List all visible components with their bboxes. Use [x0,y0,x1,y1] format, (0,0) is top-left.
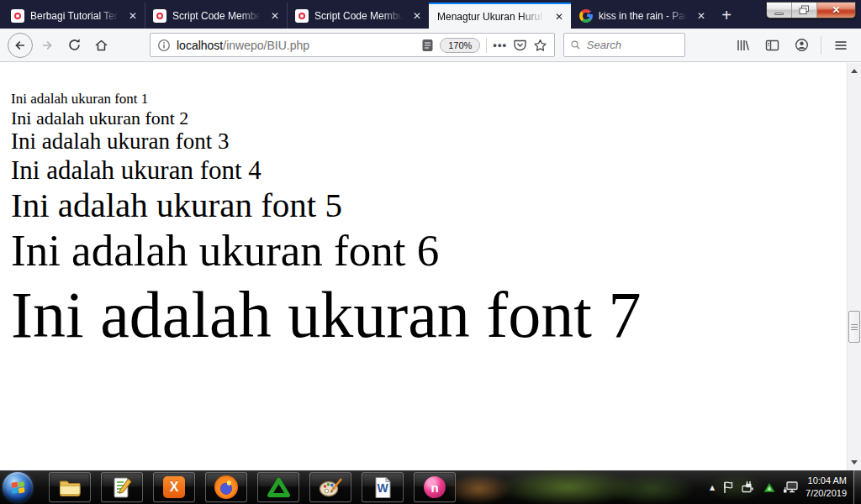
navigation-toolbar: localhost/inwepo/BIU.php 170% ••• [0,29,861,62]
url-path: /inwepo/BIU.php [223,39,309,52]
menu-button[interactable] [827,32,854,59]
vertical-scrollbar[interactable] [847,63,861,470]
power-plug-icon[interactable] [742,480,756,494]
close-icon[interactable]: ✕ [411,9,423,23]
navbar-right-icons [729,32,854,59]
restore-icon [799,5,810,15]
scrollbar-thumb[interactable] [848,311,860,343]
clock-date: 7/20/2019 [806,487,847,500]
url-host: localhost [177,39,223,52]
xampp-icon: X [163,476,185,498]
url-text[interactable]: localhost/inwepo/BIU.php [177,39,415,52]
library-icon [736,39,750,52]
windows-taskbar: X [0,470,861,504]
tab-title: Script Code Membua [314,10,405,22]
notepad-plus-plus-button[interactable] [101,472,143,502]
inwepo-favicon-icon [295,9,309,23]
font-size-3-text: Ini adalah ukuran font 3 [11,129,847,155]
taskbar-apps: X [49,470,456,504]
zoom-level-indicator[interactable]: 170% [440,38,480,53]
close-icon[interactable]: ✕ [127,9,139,23]
tab-title: kiss in the rain - Pan [599,10,689,22]
site-info-icon[interactable] [157,39,171,52]
sidebar-icon [765,39,779,52]
back-icon [8,33,33,58]
back-button[interactable] [7,32,34,59]
word-document-icon: W [372,476,394,499]
home-button[interactable] [87,32,114,59]
search-input[interactable] [585,38,679,52]
font-size-1-text: Ini adalah ukuran font 1 [11,91,847,108]
window-controls: ✕ [766,2,856,18]
page-actions-icon[interactable]: ••• [493,39,507,51]
scrollbar-up-button[interactable] [848,65,861,77]
reload-icon [67,38,82,52]
n-app-button[interactable]: n [414,472,456,502]
inwepo-favicon-icon [11,9,24,23]
close-window-button[interactable]: ✕ [817,3,855,18]
library-button[interactable] [729,32,756,59]
pocket-icon[interactable] [513,39,527,52]
bookmark-star-icon[interactable] [533,39,547,52]
account-icon [795,38,809,52]
firefox-icon [214,475,238,499]
tab-kiss-in-the-rain[interactable]: kiss in the rain - Pan ✕ [571,3,713,29]
minimize-button[interactable] [767,3,792,18]
page-content: Ini adalah ukuran font 1 Ini adalah ukur… [0,63,847,470]
green-triangle-app-button[interactable] [257,472,299,502]
forward-icon [40,39,54,52]
svg-text:W: W [377,481,388,495]
action-center-flag-icon[interactable] [722,480,734,494]
paint-palette-icon [319,477,343,498]
xampp-button[interactable]: X [153,472,195,502]
hamburger-menu-icon [834,39,848,52]
reload-button[interactable] [61,32,87,59]
clock-time: 10:04 AM [806,475,847,487]
close-icon[interactable]: ✕ [553,10,565,24]
font-size-7-text: Ini adalah ukuran font 7 [11,277,847,353]
search-icon [570,39,581,51]
account-button[interactable] [788,32,815,59]
green-triangle-tray-icon[interactable] [763,482,775,493]
font-size-6-text: Ini adalah ukuran font 6 [11,225,847,276]
windows-explorer-button[interactable] [49,472,91,502]
folder-icon [59,478,82,497]
tab-title: Berbagi Tutorial Terb [30,10,121,22]
green-triangle-icon [267,477,290,498]
reader-mode-icon[interactable] [421,39,434,52]
font-size-4-text: Ini adalah ukuran font 4 [11,155,847,186]
screen: Berbagi Tutorial Terb ✕ Script Code Memb… [0,0,861,504]
tab-title: Script Code Member [172,10,263,22]
down-arrow-icon [851,460,858,465]
tab-mengatur-ukuran-huruf-active[interactable]: Menagtur Ukuran Huruf ✕ [429,3,571,29]
scrollbar-down-button[interactable] [848,456,861,469]
new-tab-button[interactable]: + [713,3,740,29]
close-icon[interactable]: ✕ [269,9,281,23]
font-size-5-text: Ini adalah ukuran font 5 [11,186,847,226]
navbar-separator [821,36,821,55]
address-bar[interactable]: localhost/inwepo/BIU.php 170% ••• [150,33,555,57]
microsoft-word-button[interactable]: W [362,472,404,502]
restore-button[interactable] [792,3,817,18]
paint-button[interactable] [309,472,351,502]
firefox-button[interactable] [205,472,247,502]
search-bar[interactable] [563,33,685,57]
network-icon[interactable] [783,481,798,494]
system-tray: ▲ 10:04 AM 7/ [710,470,847,504]
show-desktop-button[interactable] [853,470,861,504]
home-icon [94,39,108,52]
windows-logo-icon [11,481,24,493]
forward-button[interactable] [34,32,61,59]
font-size-2-text: Ini adalah ukuran font 2 [11,108,847,129]
hidden-icons-chevron-icon[interactable]: ▲ [710,484,715,491]
tab-berbagi-tutorial[interactable]: Berbagi Tutorial Terb ✕ [3,3,145,29]
up-arrow-icon [851,69,858,73]
start-button[interactable] [3,472,33,502]
sidebars-button[interactable] [758,32,785,59]
tab-script-code-membuat[interactable]: Script Code Membua ✕ [287,3,429,29]
google-favicon-icon [579,9,593,23]
tab-script-code-member[interactable]: Script Code Member ✕ [145,3,287,29]
close-icon[interactable]: ✕ [695,9,707,23]
n-app-icon: n [424,476,446,498]
taskbar-clock[interactable]: 10:04 AM 7/20/2019 [806,475,847,500]
